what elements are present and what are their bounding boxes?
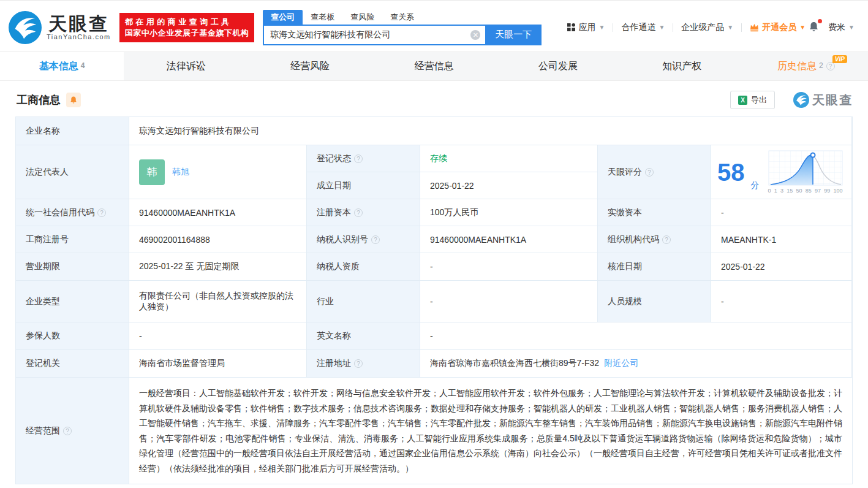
score-axis-ticks: 0 1 3 15 50 85 97 99 100 <box>768 188 843 194</box>
search-tab-risk[interactable]: 查风险 <box>342 10 382 25</box>
field-value-taxpayer-id: 91460000MAEANHTK1A <box>420 226 598 253</box>
nearby-company-link[interactable]: 附近公司 <box>604 358 638 369</box>
monitor-bell-button[interactable] <box>66 93 81 107</box>
tab-operating-risk[interactable]: 经营风险 <box>248 52 372 80</box>
field-value-industry: - <box>420 281 598 322</box>
tick-label: 1 <box>774 188 777 194</box>
tab-legal-litigation[interactable]: 法律诉讼 <box>124 52 247 80</box>
label-text: 统一社会信用代码 <box>26 207 94 218</box>
business-info-table: 企业名称 琼海文远知行智能科技有限公司 法定代表人 韩 韩旭 登记状态 ? 存续… <box>15 116 853 484</box>
tab-label: 知识产权 <box>662 60 701 73</box>
help-icon[interactable]: ? <box>645 168 654 177</box>
field-value-business-scope: 一般经营项目：人工智能基础软件开发；软件开发；网络与信息安全软件开发；人工智能应… <box>129 378 852 484</box>
help-icon[interactable]: ? <box>63 427 72 435</box>
clear-icon[interactable]: ✕ <box>470 30 480 40</box>
field-value-org-code: MAEANHTK-1 <box>711 226 852 253</box>
notifications-button[interactable] <box>808 21 820 34</box>
field-label-reg-address: 注册地址 ? <box>307 350 420 378</box>
chevron-down-icon: ▼ <box>659 24 665 31</box>
tab-label: 经营风险 <box>290 60 330 73</box>
field-label-business-term: 营业期限 <box>16 253 129 281</box>
search-area: 查公司 查老板 查风险 查关系 ✕ 天眼一下 <box>263 10 542 45</box>
tick-label: 15 <box>787 188 793 194</box>
top-nav: 应用 ▼ 合作通道 ▼ 企业级产品 ▼ 开通会员 ▼ <box>567 21 855 34</box>
field-value-company-type: 有限责任公司（非自然人投资或控股的法人独资） <box>129 281 307 322</box>
chevron-down-icon: ▼ <box>799 24 806 31</box>
tab-basic-info[interactable]: 基本信息 4 <box>0 52 124 80</box>
score-unit: 分 <box>751 180 760 191</box>
tab-label: 基本信息 <box>39 60 78 73</box>
export-button[interactable]: X 导出 <box>730 91 775 109</box>
tab-count: 4 <box>81 61 85 70</box>
nav-divider <box>673 23 673 32</box>
label-text: 注册资本 <box>317 207 351 218</box>
label-text: 注册地址 <box>317 358 351 369</box>
search-input[interactable] <box>270 30 470 40</box>
chevron-down-icon: ▼ <box>727 24 733 31</box>
field-label-english-name: 英文名称 <box>307 322 420 350</box>
help-icon[interactable]: ? <box>354 154 363 163</box>
nav-open-vip[interactable]: 开通会员 ▼ <box>750 22 806 33</box>
search-tabs: 查公司 查老板 查风险 查关系 <box>263 10 542 25</box>
chevron-down-icon: ▼ <box>598 24 605 31</box>
nav-partner[interactable]: 合作通道 ▼ <box>621 22 665 33</box>
legal-rep-link[interactable]: 韩旭 <box>172 167 189 178</box>
label-text: 登记状态 <box>317 153 351 164</box>
help-icon[interactable]: ? <box>662 235 671 244</box>
tick-label: 85 <box>806 188 812 194</box>
field-label-credit-code: 统一社会信用代码 ? <box>16 199 129 226</box>
field-value-paid-capital: - <box>711 199 852 226</box>
help-icon[interactable]: ? <box>354 208 363 217</box>
tianyancha-logo[interactable]: 天眼查 TianYanCha.com <box>9 11 111 44</box>
tab-company-development[interactable]: 公司发展 <box>496 52 620 80</box>
section-title: 工商信息 <box>17 93 61 107</box>
tab-operating-info[interactable]: 经营信息 <box>372 52 496 80</box>
tick-label: 99 <box>824 188 830 194</box>
help-icon[interactable]: ? <box>97 208 106 217</box>
label-text: 组织机构代码 <box>608 234 659 245</box>
help-icon[interactable]: ? <box>354 359 363 368</box>
nav-apps-label: 应用 <box>578 22 595 33</box>
field-label-reg-status: 登记状态 ? <box>307 145 420 172</box>
field-label-org-code: 组织机构代码 ? <box>598 226 711 253</box>
help-icon[interactable]: ? <box>371 235 380 244</box>
slogan-line1: 都在用的商业查询工具 <box>125 17 249 28</box>
legal-rep-avatar: 韩 <box>139 159 165 185</box>
field-value-business-term: 2025-01-22 至 无固定期限 <box>129 253 307 281</box>
nav-partner-label: 合作通道 <box>621 22 655 33</box>
tab-history-info[interactable]: VIP 历史信息 2 ? <box>744 52 868 80</box>
tab-label: 公司发展 <box>538 60 578 73</box>
field-label-legal-rep: 法定代表人 <box>16 145 129 199</box>
status-badge: 存续 <box>430 153 447 164</box>
field-value-reg-number: 469002001164888 <box>129 226 307 253</box>
search-tab-company[interactable]: 查公司 <box>263 10 303 25</box>
score-chart: 0 1 3 15 50 85 97 99 100 <box>768 150 843 194</box>
field-value-legal-rep: 韩 韩旭 <box>129 145 307 199</box>
user-menu[interactable]: 费米 ▼ <box>828 22 855 33</box>
search-tab-relation[interactable]: 查关系 <box>382 10 422 25</box>
field-label-paid-capital: 实缴资本 <box>598 199 711 226</box>
tick-label: 100 <box>833 188 842 194</box>
field-label-company-type: 企业类型 <box>16 281 129 322</box>
help-icon[interactable]: ? <box>826 62 835 71</box>
tick-label: 0 <box>768 188 771 194</box>
nav-enterprise[interactable]: 企业级产品 ▼ <box>681 22 733 33</box>
field-label-company-name: 企业名称 <box>16 117 129 145</box>
tab-label: 法律诉讼 <box>167 60 206 73</box>
field-label-reg-capital: 注册资本 ? <box>307 199 420 226</box>
brand-slogan: 都在用的商业查询工具 国家中小企业发展子基金旗下机构 <box>119 13 255 42</box>
nav-apps[interactable]: 应用 ▼ <box>567 22 605 33</box>
search-button[interactable]: 天眼一下 <box>485 25 542 45</box>
field-value-english-name: - <box>420 322 852 350</box>
nav-open-vip-label: 开通会员 <box>762 22 796 33</box>
tab-intellectual-property[interactable]: 知识产权 <box>620 52 744 80</box>
notification-dot <box>818 19 822 23</box>
tick-label: 97 <box>815 188 821 194</box>
label-text: 经营范围 <box>26 425 60 437</box>
tianyancha-logo-icon <box>9 11 42 44</box>
search-tab-boss[interactable]: 查老板 <box>303 10 342 25</box>
field-label-insured-count: 参保人数 <box>16 322 129 350</box>
score-value: 58 <box>717 160 745 185</box>
field-value-tyc-score: 58 分 <box>711 145 852 199</box>
field-value-company-name: 琼海文远知行智能科技有限公司 <box>129 117 852 145</box>
